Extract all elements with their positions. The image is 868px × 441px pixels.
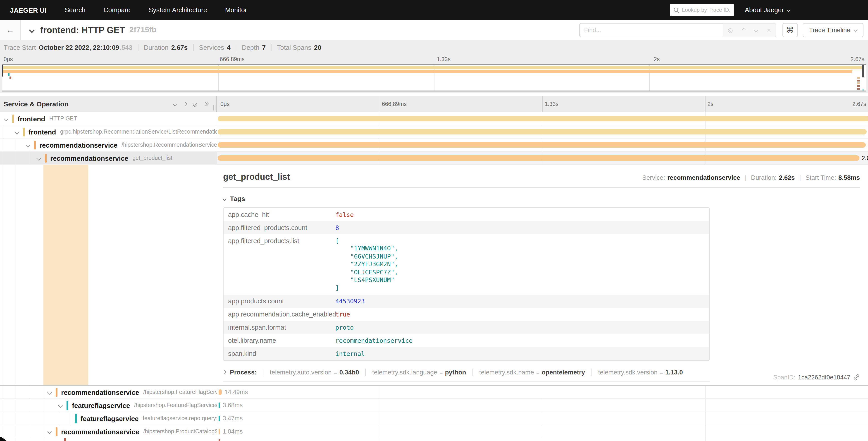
span-collapse-chevron-icon[interactable]	[47, 390, 52, 394]
minimap-tick: 2.67s	[850, 56, 864, 62]
nav-item-search[interactable]: Search	[65, 6, 86, 13]
tag-row[interactable]: otel.library.name recommendationservice	[223, 334, 709, 347]
span-collapse-chevron-icon[interactable]	[47, 429, 52, 434]
span-duration-bar[interactable]	[218, 116, 868, 121]
span-row[interactable]: frontend grpc.hipstershop.Recommendation…	[0, 125, 868, 139]
span-timeline-cell[interactable]: 3.47ms	[217, 412, 868, 425]
chevron-down-icon	[223, 197, 226, 201]
span-row[interactable]: frontend HTTP GET	[0, 112, 868, 125]
find-buttons: ◎ ×	[722, 23, 776, 37]
collapse-all-icon[interactable]	[193, 101, 196, 106]
tag-row[interactable]: app.recommendation.cache_enabled true	[223, 308, 709, 321]
span-duration-bar[interactable]	[218, 142, 866, 148]
span-duration-label: 14.49ms	[224, 389, 248, 395]
span-collapse-chevron-icon[interactable]	[15, 129, 19, 134]
match-target-icon[interactable]: ◎	[728, 27, 733, 33]
nav-item-compare[interactable]: Compare	[104, 6, 130, 13]
clear-icon[interactable]: ×	[767, 26, 771, 34]
trace-title-bar: ← frontend: HTTP GET 2f715fb ◎ × ⌘ Trace…	[0, 20, 868, 40]
span-timeline-cell[interactable]	[217, 112, 868, 125]
timeline-header-row: Service & Operation 0μs 666.89ms 1.33s 2…	[0, 96, 868, 112]
tag-row[interactable]: app.cache_hit false	[223, 208, 709, 221]
summary-duration: Duration 2.67s	[138, 44, 193, 51]
minimap-span-bar	[857, 77, 860, 79]
trace-view-select[interactable]: Trace Timeline	[803, 23, 864, 37]
expand-all-icon[interactable]	[203, 102, 208, 106]
span-row[interactable]: featureflagservice featureflagservice.re…	[0, 412, 868, 425]
span-row-partial[interactable]	[0, 438, 868, 441]
span-operation: HTTP GET	[49, 115, 77, 122]
span-collapse-chevron-icon[interactable]	[26, 143, 30, 147]
span-operation: /hipstershop.FeatureFlagService/Ge...	[134, 402, 217, 408]
tag-row[interactable]: internal.span.format proto	[223, 321, 709, 334]
minimap-right-handle[interactable]	[862, 65, 864, 78]
tag-row[interactable]: span.kind internal	[223, 347, 709, 360]
app-logo[interactable]: JAEGER UI	[10, 6, 46, 14]
summary-total-spans: Total Spans 20	[271, 44, 327, 51]
span-timeline-cell[interactable]	[217, 438, 868, 441]
span-row[interactable]: recommendationservice /hipstershop.Produ…	[0, 425, 868, 438]
span-row-selected[interactable]: recommendationservice get_product_list 2…	[0, 152, 868, 165]
minimap-tick: 2s	[654, 56, 660, 62]
axis-tick: 2s	[708, 101, 713, 107]
minimap-span-bar	[8, 74, 9, 76]
span-color-accent	[66, 401, 68, 410]
back-button[interactable]: ←	[0, 20, 21, 40]
span-row[interactable]: recommendationservice /hipstershop.Recom…	[0, 139, 868, 152]
minimap-tick-labels: 0μs 666.89ms 1.33s 2s 2.67s	[0, 55, 868, 64]
span-duration-bar[interactable]	[219, 403, 220, 408]
nav-item-system-architecture[interactable]: System Architecture	[149, 6, 207, 13]
trace-id-lookup-input[interactable]	[682, 7, 730, 13]
span-timeline-cell[interactable]	[217, 125, 868, 139]
span-duration-bar[interactable]	[219, 416, 220, 421]
minimap-left-handle[interactable]	[2, 65, 3, 77]
keyboard-shortcuts-button[interactable]: ⌘	[782, 23, 798, 37]
search-icon	[673, 7, 679, 13]
minimap-span-bar	[863, 89, 864, 91]
span-service: featureflagservice	[72, 401, 130, 409]
minimap-tick: 1.33s	[437, 56, 451, 62]
span-row[interactable]: featureflagservice /hipstershop.FeatureF…	[0, 399, 868, 412]
next-match-icon[interactable]	[754, 28, 758, 32]
detail-divider	[223, 187, 860, 188]
column-resize-handle[interactable]	[213, 105, 215, 111]
expand-one-icon[interactable]	[183, 101, 187, 106]
about-jaeger-menu[interactable]: About Jaeger	[745, 6, 790, 13]
tag-row[interactable]: app.products.count 44530923	[223, 295, 709, 308]
tag-row[interactable]: app.filtered_products.list [ "1YMWWN1N4O…	[223, 234, 709, 295]
span-timeline-cell[interactable]: 3.68ms	[217, 399, 868, 412]
chevron-down-icon	[854, 28, 858, 32]
span-collapse-chevron-icon[interactable]	[4, 116, 8, 121]
span-duration-bar[interactable]	[218, 155, 859, 161]
prev-match-icon[interactable]	[742, 28, 746, 32]
tag-row[interactable]: app.filtered_products.count 8	[223, 221, 709, 234]
span-collapse-chevron-icon[interactable]	[36, 156, 41, 160]
span-duration-bar[interactable]	[218, 129, 867, 135]
span-timeline-cell[interactable]: 1.04ms	[217, 425, 868, 438]
summary-services: Services 4	[193, 44, 236, 51]
span-color-accent	[75, 414, 77, 423]
span-collapse-chevron-icon[interactable]	[58, 403, 63, 408]
axis-tick: 666.89ms	[382, 101, 407, 107]
span-duration-bar[interactable]	[219, 429, 220, 434]
span-timeline-cell[interactable]: 2.62s	[217, 152, 868, 165]
span-id-line: SpanID: 1ca2262df0e18447	[773, 374, 860, 381]
process-section-toggle[interactable]: Process: telemetry.auto.version=0.34b0 t…	[223, 369, 710, 382]
tags-section-toggle[interactable]: Tags	[223, 195, 860, 202]
chevron-down-icon	[786, 8, 790, 12]
find-input[interactable]	[579, 23, 722, 37]
span-row[interactable]: recommendationservice /hipstershop.Featu…	[0, 386, 868, 399]
trace-minimap[interactable]	[2, 64, 866, 91]
span-duration-bar[interactable]	[219, 389, 222, 395]
span-timeline-cell[interactable]	[217, 139, 868, 152]
span-timeline-cell[interactable]: 14.49ms	[217, 386, 868, 399]
link-icon[interactable]	[853, 374, 860, 381]
span-color-accent	[64, 438, 66, 441]
process-kv: telemetry.auto.version=0.34b0	[263, 369, 359, 376]
span-operation: /hipstershop.FeatureFlagService...	[143, 389, 217, 395]
nav-item-monitor[interactable]: Monitor	[225, 6, 247, 13]
span-duration-label: 1.04ms	[223, 428, 243, 435]
collapse-trace-chevron-icon[interactable]	[29, 27, 35, 33]
trace-id-lookup[interactable]	[670, 4, 734, 16]
collapse-one-icon[interactable]	[173, 101, 177, 106]
